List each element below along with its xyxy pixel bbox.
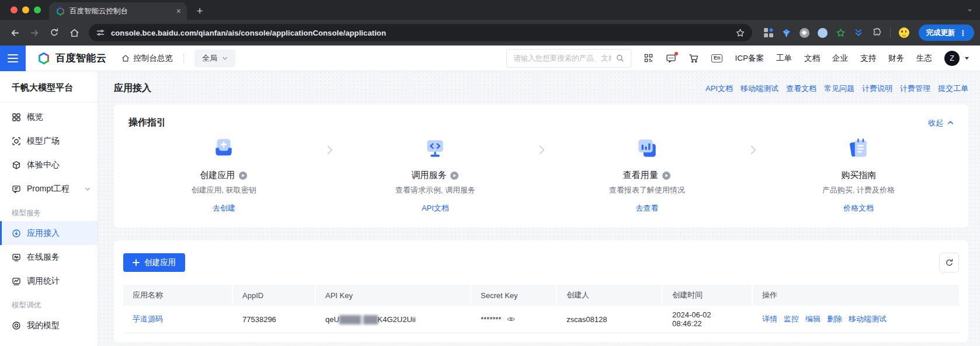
- column-header-app-id: AppID: [233, 285, 315, 306]
- extensions-puzzle-icon[interactable]: [871, 27, 882, 38]
- link-view-docs[interactable]: 查看文档: [786, 83, 816, 94]
- forward-icon[interactable]: [26, 24, 43, 41]
- sidebar-item-online-services[interactable]: 在线服务: [0, 245, 98, 269]
- page-title: 应用接入: [114, 82, 151, 95]
- browser-tab[interactable]: 百度智能云控制台 ×: [49, 2, 187, 20]
- model-square-icon: [12, 137, 21, 146]
- bookmark-star-icon[interactable]: [735, 28, 745, 38]
- link-submit-ticket[interactable]: 提交工单: [938, 83, 968, 94]
- message-icon[interactable]: [666, 53, 676, 64]
- link-billing-info[interactable]: 计费说明: [862, 83, 892, 94]
- step-link-pricing-docs[interactable]: 价格文档: [843, 203, 874, 214]
- nav-link-support[interactable]: 支持: [860, 53, 876, 64]
- qr-code-icon[interactable]: [644, 53, 654, 63]
- sidebar-item-my-models[interactable]: 我的模型: [0, 313, 98, 337]
- window-controls: [7, 0, 49, 20]
- account-menu[interactable]: Z: [944, 51, 969, 66]
- brand[interactable]: 百度智能云: [26, 51, 121, 65]
- guide-steps: 创建应用 创建应用, 获取密钥 去创建: [128, 137, 954, 214]
- nav-link-docs[interactable]: 文档: [804, 53, 820, 64]
- tab-search-chevron-icon[interactable]: ⌄: [967, 4, 973, 13]
- create-app-button[interactable]: 创建应用: [123, 253, 185, 272]
- chevron-down-icon[interactable]: [85, 186, 91, 192]
- nav-link-finance[interactable]: 财务: [888, 53, 904, 64]
- extension-blue-circle-icon[interactable]: [818, 28, 828, 38]
- sidebar-section-model-services: 模型服务: [0, 201, 98, 221]
- nav-link-tickets[interactable]: 工单: [776, 53, 792, 64]
- caret-down-icon: [964, 55, 969, 61]
- site-settings-icon[interactable]: [96, 28, 105, 37]
- global-search[interactable]: [506, 49, 631, 68]
- favicon-baidu-cloud-icon: [56, 7, 65, 16]
- url-text[interactable]: console.bce.baidu.com/qianfan/ais/consol…: [111, 29, 729, 37]
- sidebar-item-prompt-engineering[interactable]: Prompt工程: [0, 177, 98, 201]
- sidebar-item-label: 模型广场: [27, 136, 60, 146]
- play-video-icon[interactable]: [450, 171, 459, 180]
- play-video-icon[interactable]: [238, 171, 248, 180]
- update-label: 完成更新: [926, 28, 955, 38]
- extension-circle-icon[interactable]: [800, 28, 809, 38]
- link-api-docs[interactable]: API文档: [706, 83, 733, 94]
- url-bar[interactable]: console.bce.baidu.com/qianfan/ais/consol…: [89, 24, 752, 41]
- collapse-button[interactable]: 收起: [928, 118, 954, 128]
- step-link-create[interactable]: 去创建: [213, 203, 235, 214]
- language-toggle[interactable]: En: [711, 54, 723, 62]
- minimize-window-icon[interactable]: [22, 6, 29, 13]
- products-menu-button[interactable]: [0, 46, 26, 71]
- search-input[interactable]: [513, 54, 611, 62]
- guide-step-call-service: 调用服务 查看请求示例, 调用服务 API文档: [340, 137, 530, 214]
- link-mobile-test[interactable]: 移动端测试: [741, 83, 779, 94]
- console-overview-link[interactable]: 控制台总览: [121, 53, 173, 64]
- sidebar-item-overview[interactable]: 概览: [0, 105, 98, 129]
- sidebar-item-experience-center[interactable]: 体验中心: [0, 153, 98, 177]
- step-desc: 创建应用, 获取密钥: [192, 185, 256, 195]
- overflow-menu-icon[interactable]: ⋮: [960, 29, 967, 37]
- action-delete[interactable]: 删除: [827, 314, 842, 324]
- action-mobile-test[interactable]: 移动端测试: [849, 314, 887, 324]
- browser-update-button[interactable]: 完成更新 ⋮: [919, 25, 975, 41]
- action-edit[interactable]: 编辑: [805, 314, 821, 324]
- profile-emoji-avatar[interactable]: [899, 27, 909, 38]
- step-desc: 产品购买, 计费及价格: [822, 185, 895, 195]
- link-faq[interactable]: 常见问题: [824, 83, 854, 94]
- home-icon[interactable]: [65, 24, 83, 41]
- step-link-api-docs[interactable]: API文档: [422, 203, 449, 214]
- experience-center-icon: [12, 160, 21, 170]
- extension-chevrons-icon[interactable]: [854, 28, 863, 37]
- row-actions: 详情 监控 编辑 删除 移动端测试: [762, 314, 887, 324]
- maximize-window-icon[interactable]: [34, 6, 41, 13]
- extension-green-star-icon[interactable]: [836, 28, 846, 38]
- reload-icon[interactable]: [46, 24, 63, 41]
- play-video-icon[interactable]: [662, 171, 671, 180]
- show-secret-eye-icon[interactable]: [506, 314, 516, 324]
- avatar[interactable]: Z: [944, 51, 960, 66]
- step-title: 购买指南: [841, 170, 876, 181]
- region-scope-select[interactable]: 全局: [194, 50, 235, 67]
- sidebar-item-app-access[interactable]: 应用接入: [0, 221, 98, 245]
- action-details[interactable]: 详情: [762, 314, 777, 324]
- api-key-cell: qeU ████▌███ K4G2U2Uii: [316, 306, 470, 333]
- sidebar: 千帆大模型平台 概览 模型广场 体验中心 Prompt工程 模型: [0, 71, 98, 346]
- back-icon[interactable]: [6, 24, 23, 41]
- nav-link-enterprise[interactable]: 企业: [832, 53, 848, 64]
- guide-title: 操作指引: [128, 117, 166, 129]
- doc-links: API文档 移动端测试 查看文档 常见问题 计费说明 计费管理 提交工单: [706, 83, 968, 94]
- close-window-icon[interactable]: [11, 6, 18, 13]
- nav-link-icp[interactable]: ICP备案: [735, 53, 764, 64]
- usage-chart-icon: [635, 137, 659, 161]
- action-monitor[interactable]: 监控: [784, 314, 799, 324]
- column-header-api-key: API Key: [316, 285, 470, 306]
- cart-icon[interactable]: [689, 53, 699, 64]
- nav-link-ecosystem[interactable]: 生态: [916, 53, 932, 64]
- app-name-link[interactable]: 芋道源码: [133, 314, 163, 324]
- sidebar-item-model-square[interactable]: 模型广场: [0, 129, 98, 153]
- step-link-view-usage[interactable]: 去查看: [635, 203, 658, 214]
- console-top-nav: 百度智能云 控制台总览 全局 En: [0, 46, 980, 71]
- extension-grid-icon[interactable]: [764, 28, 773, 37]
- refresh-button[interactable]: [939, 253, 959, 272]
- link-billing-manage[interactable]: 计费管理: [900, 83, 930, 94]
- sidebar-item-call-statistics[interactable]: 调用统计: [0, 269, 98, 293]
- close-tab-icon[interactable]: ×: [176, 7, 181, 15]
- new-tab-button[interactable]: +: [192, 3, 208, 19]
- extension-gem-icon[interactable]: [781, 28, 791, 38]
